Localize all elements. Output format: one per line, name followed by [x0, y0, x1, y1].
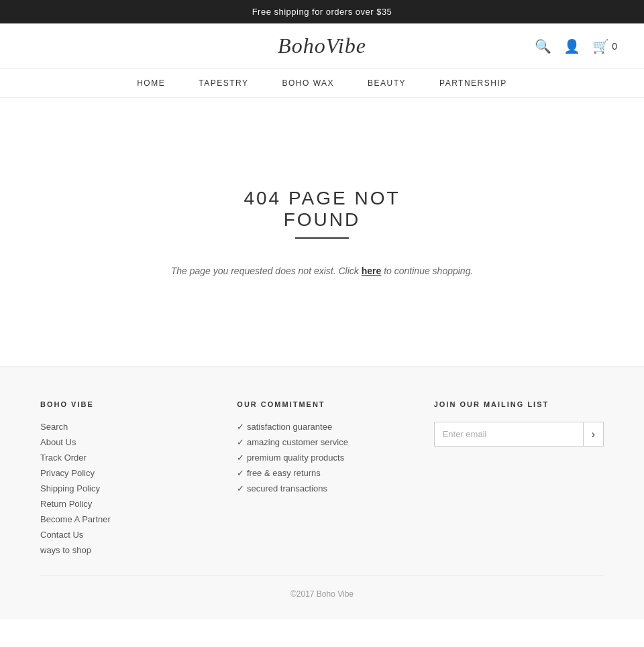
header-icons: 🔍 👤 🛒 0: [535, 38, 617, 54]
error-underline: [295, 237, 349, 239]
footer-mailing-title: JOIN OUR MAILING LIST: [434, 400, 604, 408]
logo[interactable]: BohoVibe: [278, 34, 366, 58]
footer-brand-section: BOHO VIBE Search About Us Track Order Pr…: [40, 400, 210, 555]
search-icon[interactable]: 🔍: [535, 38, 551, 54]
commitment-item-2: amazing customer service: [237, 437, 407, 447]
commitment-item-4: free & easy returns: [237, 468, 407, 478]
nav-item-beauty[interactable]: BEAUTY: [368, 78, 406, 88]
nav-item-home[interactable]: HOME: [137, 78, 165, 88]
cart-symbol: 🛒: [592, 38, 609, 54]
error-message-after: to continue shopping.: [384, 266, 473, 276]
email-input[interactable]: [435, 422, 583, 446]
header: BohoVibe 🔍 👤 🛒 0: [0, 23, 644, 69]
commitment-item-5: secured transactions: [237, 483, 407, 493]
mailing-input-row: ›: [434, 422, 604, 447]
commitment-list: satisfaction guarantee amazing customer …: [237, 422, 407, 493]
error-title: 404 PAGE NOT FOUND: [244, 188, 400, 231]
nav-item-partnership[interactable]: PARTNERSHIP: [439, 78, 507, 88]
footer-link-search[interactable]: Search: [40, 422, 210, 432]
error-message-before: The page you requested does not exist. C…: [171, 266, 359, 276]
footer-link-partner[interactable]: Become A Partner: [40, 514, 210, 524]
footer-commitment-section: OUR COMMITMENT satisfaction guarantee am…: [237, 400, 407, 555]
cart-count: 0: [612, 41, 617, 52]
commitment-item-1: satisfaction guarantee: [237, 422, 407, 432]
nav-item-tapestry[interactable]: TAPESTRY: [199, 78, 248, 88]
footer-link-shipping[interactable]: Shipping Policy: [40, 483, 210, 493]
footer: BOHO VIBE Search About Us Track Order Pr…: [0, 366, 644, 619]
footer-link-about[interactable]: About Us: [40, 437, 210, 447]
footer-link-track[interactable]: Track Order: [40, 453, 210, 463]
footer-mailing-section: JOIN OUR MAILING LIST ›: [434, 400, 604, 555]
error-message: The page you requested does not exist. C…: [171, 266, 474, 276]
nav-item-boho-wax[interactable]: BOHO WAX: [282, 78, 334, 88]
cart-icon[interactable]: 🛒 0: [592, 38, 617, 54]
footer-brand-links: Search About Us Track Order Privacy Poli…: [40, 422, 210, 555]
footer-brand-title: BOHO VIBE: [40, 400, 210, 408]
footer-grid: BOHO VIBE Search About Us Track Order Pr…: [40, 400, 604, 555]
footer-link-ways[interactable]: ways to shop: [40, 545, 210, 555]
banner-text: Free shipping for orders over $35: [252, 7, 392, 17]
top-banner: Free shipping for orders over $35: [0, 0, 644, 23]
copyright-text: ©2017 Boho Vibe: [290, 589, 354, 599]
footer-bottom: ©2017 Boho Vibe: [40, 575, 604, 599]
main-nav: HOME TAPESTRY BOHO WAX BEAUTY PARTNERSHI…: [0, 69, 644, 98]
footer-link-contact[interactable]: Contact Us: [40, 530, 210, 540]
footer-link-return[interactable]: Return Policy: [40, 499, 210, 509]
error-here-link[interactable]: here: [362, 266, 382, 276]
account-icon[interactable]: 👤: [564, 38, 580, 54]
commitment-item-3: premium quality products: [237, 453, 407, 463]
main-content: 404 PAGE NOT FOUND The page you requeste…: [0, 98, 644, 366]
mailing-submit-button[interactable]: ›: [583, 422, 603, 446]
footer-link-privacy[interactable]: Privacy Policy: [40, 468, 210, 478]
footer-commitment-title: OUR COMMITMENT: [237, 400, 407, 408]
